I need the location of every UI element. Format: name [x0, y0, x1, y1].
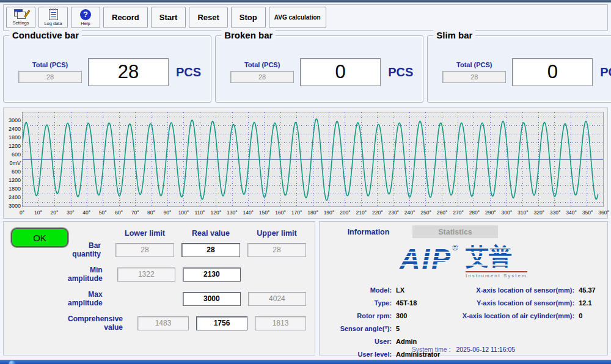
limits-cell-real[interactable]: 1756 — [196, 316, 247, 330]
limits-cell-upper: 1813 — [255, 316, 306, 330]
info-field-label: User: — [324, 338, 392, 345]
info-field-label: Type: — [324, 299, 392, 307]
y-axis-tick-label: 0mV — [9, 160, 21, 166]
info-field-row: Model:LX — [324, 283, 447, 296]
limits-cell-lower: 1483 — [137, 316, 189, 330]
x-axis-tick-label: 310° — [518, 209, 529, 216]
info-field-value: LX — [392, 286, 447, 294]
y-axis-tick-label: 600 — [12, 151, 21, 158]
os-taskbar[interactable] — [0, 360, 611, 364]
sensor-field-label: X-axis location of sensor(mm): — [447, 286, 574, 294]
x-axis-tick-label: 100° — [178, 209, 189, 216]
x-axis-labels: 0°10°20°30°40°50°60°70°80°90°100°110°120… — [22, 207, 604, 217]
info-field-row: Rotor rpm:300 — [324, 309, 447, 322]
reset-button[interactable]: Reset — [189, 7, 227, 28]
info-field-value: Admin — [392, 338, 447, 345]
limits-header-lower: Lower limit — [115, 229, 174, 238]
window-top-edge — [0, 0, 611, 2]
limits-table: Lower limitReal valueUpper limitBar quan… — [68, 229, 306, 339]
x-axis-tick-label: 140° — [243, 209, 254, 216]
x-axis-tick-label: 160° — [275, 209, 286, 216]
info-field-value: 45T-18 — [392, 299, 447, 307]
aip-logo-text: AIP — [400, 243, 452, 275]
aip-logo-chinese: 艾普 — [466, 244, 512, 269]
x-axis-tick-label: 260° — [437, 209, 448, 216]
help-button[interactable]: ? Help — [71, 7, 100, 28]
y-axis-tick-label: 1200 — [9, 143, 21, 149]
x-axis-tick-label: 20° — [50, 209, 58, 216]
sensor-field-row: Y-axis location of sensor(mm):12.1 — [447, 296, 602, 309]
info-field-label: Sensor angle(°): — [324, 325, 392, 332]
x-axis-tick-label: 70° — [131, 209, 139, 216]
x-axis-tick-label: 280° — [469, 209, 480, 216]
limits-row: Bar quantity282828 — [68, 241, 306, 258]
x-axis-tick-label: 220° — [372, 209, 383, 216]
bottom-section: OK Lower limitReal valueUpper limitBar q… — [3, 221, 608, 355]
sensor-field-label: X-axis location of air cylinder(mm): — [447, 312, 574, 319]
x-axis-tick-label: 290° — [485, 209, 496, 216]
log-data-button-label: Log data — [44, 21, 62, 26]
system-time-label: System time : — [412, 346, 451, 353]
limits-header-real: Real value — [181, 229, 240, 238]
tab-information[interactable]: Information — [326, 225, 411, 238]
registered-mark: ® — [452, 243, 458, 252]
system-time: System time : 2025-06-12 11:16:05 — [320, 346, 607, 353]
limits-cell-empty — [117, 292, 175, 306]
pcs-unit-label: PCS — [600, 65, 611, 79]
avg-calculation-button[interactable]: AVG calculation — [269, 7, 326, 28]
conductive-count-display: 28 — [88, 58, 169, 86]
limits-row: Comprehensive value148317561813 — [68, 315, 306, 332]
y-axis-tick-label: 3000 — [9, 203, 21, 209]
x-axis-tick-label: 330° — [550, 209, 561, 216]
stop-button[interactable]: Stop — [231, 7, 266, 28]
limits-row-label: Bar quantity — [68, 241, 108, 258]
limits-cell-empty — [248, 268, 306, 282]
limits-cell-real[interactable]: 28 — [181, 243, 240, 257]
y-axis-tick-label: 3000 — [9, 117, 21, 123]
limits-cell-upper: 28 — [247, 243, 306, 257]
x-axis-tick-label: 40° — [82, 209, 90, 216]
info-field-row: Type:45T-18 — [324, 296, 447, 309]
settings-button[interactable]: Settings — [6, 7, 35, 28]
x-axis-tick-label: 0° — [20, 209, 24, 216]
toolbar: Settings Log data ? Help Record Start Re… — [3, 4, 608, 31]
x-axis-tick-label: 200° — [340, 209, 351, 216]
limits-header-upper: Upper limit — [247, 229, 306, 238]
x-axis-tick-label: 250° — [420, 209, 431, 216]
x-axis-tick-label: 60° — [115, 209, 123, 216]
help-button-label: Help — [81, 21, 90, 26]
y-axis-tick-label: 2400 — [9, 126, 21, 132]
x-axis-tick-label: 90° — [164, 209, 172, 216]
info-tabs: Information Statistics — [326, 225, 602, 238]
y-axis-tick-label: 1800 — [9, 134, 21, 140]
x-axis-tick-label: 150° — [259, 209, 270, 216]
x-axis-tick-label: 270° — [453, 209, 464, 216]
start-button[interactable]: Start — [151, 7, 186, 28]
limits-row-label: Max amplitude — [68, 290, 110, 307]
x-axis-tick-label: 230° — [388, 209, 399, 216]
limits-row-label: Min amplitude — [68, 266, 110, 283]
start-orb-icon — [9, 360, 16, 364]
aip-logo: AIP® 艾普 Instrument System — [324, 242, 602, 281]
x-axis-tick-label: 350° — [582, 209, 593, 216]
tab-statistics[interactable]: Statistics — [412, 225, 498, 238]
y-axis-tick-label: 2400 — [9, 194, 21, 200]
broken-count-display: 0 — [300, 58, 381, 86]
x-axis-tick-label: 120° — [211, 209, 222, 216]
record-button[interactable]: Record — [103, 7, 148, 28]
log-data-button[interactable]: Log data — [38, 7, 68, 28]
sensor-field-value: 12.1 — [574, 299, 602, 307]
x-axis-tick-label: 30° — [67, 209, 75, 216]
limits-row-label: Comprehensive value — [68, 315, 130, 332]
info-panel: Information Statistics AIP® 艾普 Instrumen… — [319, 221, 608, 355]
y-axis-tick-label: 600 — [12, 169, 21, 175]
log-data-icon — [49, 9, 58, 20]
limits-cell-real[interactable]: 3000 — [183, 292, 241, 306]
x-axis-tick-label: 110° — [194, 209, 205, 216]
limits-row: Max amplitude30004024 — [68, 290, 306, 307]
limits-row: Min amplitude13222130 — [68, 266, 306, 283]
broken-bar-panel: Broken bar Total (PCS) 28 0 PCS — [215, 35, 423, 103]
limits-cell-upper: 4024 — [248, 292, 306, 306]
limits-cell-real[interactable]: 2130 — [183, 268, 241, 282]
x-axis-tick-label: 10° — [34, 209, 42, 216]
